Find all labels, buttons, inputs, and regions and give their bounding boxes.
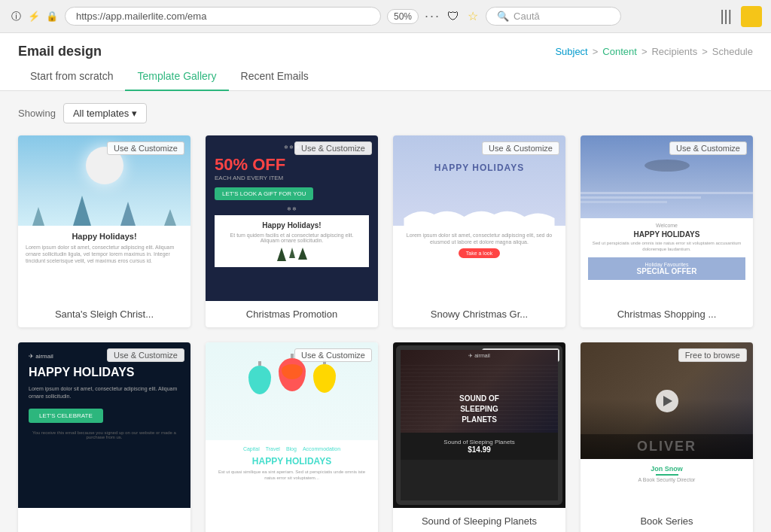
- t3-container: Use & Customize HAPPY HOLIDAYS Lorem ips…: [393, 135, 565, 301]
- browser-chrome: ⓘ ⚡ 🔒 https://app.mailerlite.com/ema 50%…: [0, 0, 771, 33]
- tab-gallery[interactable]: Template Gallery: [125, 62, 228, 91]
- t8-play-button[interactable]: [656, 390, 678, 412]
- template-preview-7: Use & Customize ✈ airmail SOUND OFSLEEPI…: [393, 342, 565, 508]
- browser-security-icons: ⓘ ⚡ 🔒: [9, 10, 59, 23]
- tab-recent[interactable]: Recent Emails: [229, 62, 321, 91]
- t5-hover-btn[interactable]: Use & Customize: [107, 348, 184, 362]
- breadcrumb-subject[interactable]: Subject: [555, 46, 587, 57]
- t8-hero: Free to browse OLIVER: [581, 342, 753, 459]
- t2-snowflakes2: ❄ ❄: [215, 206, 369, 212]
- t6-nav-4[interactable]: Accommodation: [303, 446, 340, 451]
- t8-author-name: Jon Snow: [588, 465, 745, 473]
- t2-container: Use & Customize ❄ ❄ ❄ 50% OFF EACH AND E…: [206, 135, 378, 301]
- t1-tree3: [120, 202, 136, 226]
- t6-nav-2[interactable]: Travel: [266, 446, 280, 451]
- t1-tree4: [164, 209, 176, 226]
- t7-container: Use & Customize ✈ airmail SOUND OFSLEEPI…: [393, 342, 565, 508]
- filter-dropdown-label: All templates ▾: [73, 108, 137, 119]
- template-card-shopping[interactable]: Use & Customize Welcome: [581, 135, 753, 327]
- template-preview-6: Use & Customize: [206, 342, 378, 508]
- template-preview-3: Use & Customize HAPPY HOLIDAYS Lorem ips…: [393, 135, 565, 301]
- t6-nav-3[interactable]: Blog: [286, 446, 297, 451]
- t6-orn2-detail: [282, 364, 303, 379]
- t4-offer-label: Holiday Favourites: [593, 262, 741, 267]
- t5-body-text: Lorem ipsum dolor sit amet, consectetur …: [29, 385, 180, 400]
- bookmark-icon[interactable]: ☆: [466, 10, 480, 23]
- template-card-christmas-promo[interactable]: Use & Customize ❄ ❄ ❄ 50% OFF EACH AND E…: [206, 135, 378, 327]
- template-filter-dropdown[interactable]: All templates ▾: [63, 103, 147, 123]
- breadcrumb-sep1: >: [593, 46, 599, 57]
- template-card-book-series[interactable]: Free to browse OLIVER Jon Snow: [581, 342, 753, 532]
- t2-sub: EACH AND EVERY ITEM: [215, 175, 369, 181]
- url-bar[interactable]: https://app.mailerlite.com/ema: [65, 7, 381, 26]
- svg-point-2: [645, 160, 690, 172]
- t2-discount: 50% OFF: [215, 155, 369, 175]
- browser-menu-dots[interactable]: ···: [425, 8, 440, 24]
- t5-container: Use & Customize ✈ airmail HAPPY HOLIDAYS…: [18, 342, 190, 508]
- template-card-happy-holidays-dark[interactable]: Use & Customize ✈ airmail HAPPY HOLIDAYS…: [18, 342, 190, 532]
- template-label-3: Snowy Christmas Gr...: [393, 301, 565, 327]
- template-card-sleeping-planets[interactable]: Use & Customize ✈ airmail SOUND OFSLEEPI…: [393, 342, 565, 532]
- app-content: Email design Subject > Content > Recipie…: [0, 33, 771, 532]
- t4-sleigh-svg: [637, 150, 697, 181]
- pocket-icon[interactable]: 🛡: [446, 10, 460, 23]
- breadcrumb-schedule[interactable]: Schedule: [712, 46, 753, 57]
- template-label-7: Sound of Sleeping Planets: [393, 508, 565, 532]
- info-icon[interactable]: ⓘ: [9, 10, 23, 23]
- t4-welcome: Welcome: [588, 223, 745, 228]
- t4-container: Use & Customize Welcome: [581, 135, 753, 301]
- t4-line1: [581, 192, 753, 194]
- t2-hover-btn[interactable]: Use & Customize: [294, 141, 372, 155]
- tab-bar: Start from scratch Template Gallery Rece…: [0, 62, 771, 91]
- t1-body-text: Lorem ipsum dolor sit amet, consectetur …: [26, 244, 183, 264]
- user-avatar[interactable]: [741, 6, 762, 27]
- t7-device: ✈ airmail SOUND OFSLEEPINGPLANETS Sound …: [396, 345, 562, 505]
- template-label-1: Santa's Sleigh Christ...: [18, 301, 190, 327]
- t4-offer-title: SPECIAL OFFER: [593, 267, 741, 275]
- breadcrumb-content[interactable]: Content: [602, 46, 637, 57]
- template-label-6: [206, 508, 378, 523]
- search-bar[interactable]: 🔍 Caută: [486, 7, 621, 26]
- search-placeholder: Caută: [513, 11, 540, 22]
- t2-bottom: Happy Holidays! Et tum quidem facilis et…: [215, 215, 369, 267]
- zoom-level[interactable]: 50%: [387, 9, 419, 24]
- t6-orn3-wrap: [313, 360, 336, 394]
- template-grid: Use & Customize Happy Holidays! Lorem ip…: [0, 135, 771, 532]
- extension-icon[interactable]: ⚡: [27, 10, 41, 23]
- t5-footer-text: You receive this email because you signe…: [29, 430, 180, 439]
- t3-hover-btn[interactable]: Use & Customize: [482, 141, 559, 155]
- template-preview-1: Use & Customize Happy Holidays! Lorem ip…: [18, 135, 190, 301]
- t4-body-text: Sed ut perspiciatis unde omnis iste natu…: [588, 241, 745, 253]
- template-card-santas-sleigh[interactable]: Use & Customize Happy Holidays! Lorem ip…: [18, 135, 190, 327]
- t6-top: Use & Customize: [206, 342, 378, 440]
- template-card-snowy[interactable]: Use & Customize HAPPY HOLIDAYS Lorem ips…: [393, 135, 565, 327]
- t6-hover-btn[interactable]: Use & Customize: [294, 348, 372, 362]
- template-preview-5: Use & Customize ✈ airmail HAPPY HOLIDAYS…: [18, 342, 190, 508]
- tab-scratch[interactable]: Start from scratch: [18, 62, 125, 91]
- t6-ornament-1: [248, 366, 271, 394]
- t8-hover-btn[interactable]: Free to browse: [678, 348, 747, 362]
- t4-title: HAPPY HOLIDAYS: [588, 230, 745, 239]
- t7-hero-image: ✈ airmail SOUND OFSLEEPINGPLANETS: [401, 350, 558, 433]
- t4-line2: [581, 196, 701, 199]
- search-icon: 🔍: [497, 11, 509, 22]
- t6-nav-1[interactable]: Capital: [243, 446, 260, 451]
- t6-bottom: Capital Travel Blog Accommodation HAPPY …: [206, 440, 378, 488]
- template-card-happy-holidays-teal[interactable]: Use & Customize: [206, 342, 378, 532]
- template-preview-4: Use & Customize Welcome: [581, 135, 753, 301]
- t5-title: HAPPY HOLIDAYS: [29, 366, 180, 379]
- t6-container: Use & Customize: [206, 342, 378, 508]
- breadcrumb-recipients[interactable]: Recipients: [651, 46, 697, 57]
- bookmarks-library-icon[interactable]: |||: [720, 8, 732, 25]
- t8-overlay-title: OLIVER: [585, 439, 748, 454]
- t7-logo: ✈ airmail: [401, 350, 558, 362]
- t8-play-icon: [663, 396, 672, 406]
- t1-hover-btn[interactable]: Use & Customize: [107, 141, 184, 155]
- template-label-4: Christmas Shopping ...: [581, 301, 753, 327]
- t6-nav: Capital Travel Blog Accommodation: [213, 446, 370, 451]
- t8-container: Free to browse OLIVER Jon Snow: [581, 342, 753, 508]
- template-label-2: Christmas Promotion: [206, 301, 378, 327]
- t1-title: Happy Holidays!: [26, 232, 183, 241]
- t2-trees: [221, 248, 363, 261]
- t3-top: Use & Customize HAPPY HOLIDAYS: [393, 135, 565, 226]
